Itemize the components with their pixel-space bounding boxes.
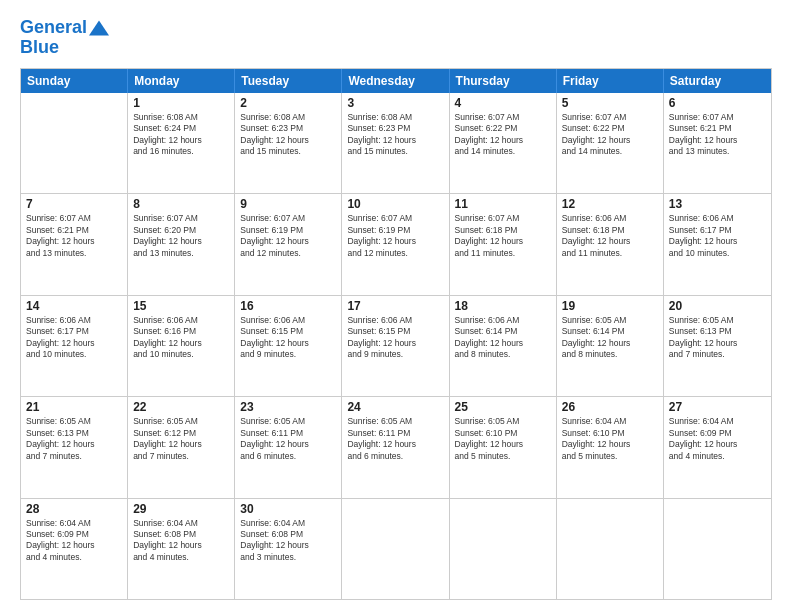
header-day-thursday: Thursday: [450, 69, 557, 93]
day-info: Sunrise: 6:05 AM Sunset: 6:12 PM Dayligh…: [133, 416, 229, 462]
calendar-cell-16: 16Sunrise: 6:06 AM Sunset: 6:15 PM Dayli…: [235, 296, 342, 396]
day-info: Sunrise: 6:04 AM Sunset: 6:10 PM Dayligh…: [562, 416, 658, 462]
calendar-cell-17: 17Sunrise: 6:06 AM Sunset: 6:15 PM Dayli…: [342, 296, 449, 396]
day-number: 3: [347, 96, 443, 110]
calendar-cell-1: 1Sunrise: 6:08 AM Sunset: 6:24 PM Daylig…: [128, 93, 235, 193]
calendar-cell-27: 27Sunrise: 6:04 AM Sunset: 6:09 PM Dayli…: [664, 397, 771, 497]
calendar-cell-empty: [450, 499, 557, 599]
calendar-cell-30: 30Sunrise: 6:04 AM Sunset: 6:08 PM Dayli…: [235, 499, 342, 599]
calendar-cell-5: 5Sunrise: 6:07 AM Sunset: 6:22 PM Daylig…: [557, 93, 664, 193]
day-number: 13: [669, 197, 766, 211]
calendar-cell-empty: [664, 499, 771, 599]
day-info: Sunrise: 6:08 AM Sunset: 6:23 PM Dayligh…: [347, 112, 443, 158]
day-number: 6: [669, 96, 766, 110]
calendar-cell-empty: [342, 499, 449, 599]
day-number: 22: [133, 400, 229, 414]
day-info: Sunrise: 6:06 AM Sunset: 6:15 PM Dayligh…: [240, 315, 336, 361]
day-number: 26: [562, 400, 658, 414]
day-number: 15: [133, 299, 229, 313]
calendar-body: 1Sunrise: 6:08 AM Sunset: 6:24 PM Daylig…: [21, 93, 771, 599]
day-info: Sunrise: 6:07 AM Sunset: 6:22 PM Dayligh…: [562, 112, 658, 158]
svg-marker-0: [89, 21, 109, 36]
calendar-cell-4: 4Sunrise: 6:07 AM Sunset: 6:22 PM Daylig…: [450, 93, 557, 193]
day-info: Sunrise: 6:05 AM Sunset: 6:13 PM Dayligh…: [26, 416, 122, 462]
logo-icon: [89, 18, 109, 38]
day-number: 28: [26, 502, 122, 516]
header-day-monday: Monday: [128, 69, 235, 93]
day-number: 14: [26, 299, 122, 313]
day-info: Sunrise: 6:07 AM Sunset: 6:22 PM Dayligh…: [455, 112, 551, 158]
day-number: 30: [240, 502, 336, 516]
calendar-cell-29: 29Sunrise: 6:04 AM Sunset: 6:08 PM Dayli…: [128, 499, 235, 599]
calendar-cell-empty: [557, 499, 664, 599]
day-number: 12: [562, 197, 658, 211]
day-number: 29: [133, 502, 229, 516]
logo-blue: Blue: [20, 38, 109, 58]
header-day-tuesday: Tuesday: [235, 69, 342, 93]
day-info: Sunrise: 6:05 AM Sunset: 6:11 PM Dayligh…: [347, 416, 443, 462]
day-number: 17: [347, 299, 443, 313]
day-info: Sunrise: 6:04 AM Sunset: 6:09 PM Dayligh…: [669, 416, 766, 462]
calendar-row-2: 7Sunrise: 6:07 AM Sunset: 6:21 PM Daylig…: [21, 193, 771, 294]
day-info: Sunrise: 6:07 AM Sunset: 6:18 PM Dayligh…: [455, 213, 551, 259]
calendar-cell-28: 28Sunrise: 6:04 AM Sunset: 6:09 PM Dayli…: [21, 499, 128, 599]
logo-text: General: [20, 18, 87, 38]
calendar-header: SundayMondayTuesdayWednesdayThursdayFrid…: [21, 69, 771, 93]
calendar-row-3: 14Sunrise: 6:06 AM Sunset: 6:17 PM Dayli…: [21, 295, 771, 396]
day-number: 2: [240, 96, 336, 110]
day-info: Sunrise: 6:05 AM Sunset: 6:10 PM Dayligh…: [455, 416, 551, 462]
day-number: 21: [26, 400, 122, 414]
day-number: 7: [26, 197, 122, 211]
calendar-cell-19: 19Sunrise: 6:05 AM Sunset: 6:14 PM Dayli…: [557, 296, 664, 396]
day-info: Sunrise: 6:05 AM Sunset: 6:14 PM Dayligh…: [562, 315, 658, 361]
day-number: 5: [562, 96, 658, 110]
calendar-cell-6: 6Sunrise: 6:07 AM Sunset: 6:21 PM Daylig…: [664, 93, 771, 193]
calendar-row-4: 21Sunrise: 6:05 AM Sunset: 6:13 PM Dayli…: [21, 396, 771, 497]
day-number: 9: [240, 197, 336, 211]
calendar-cell-21: 21Sunrise: 6:05 AM Sunset: 6:13 PM Dayli…: [21, 397, 128, 497]
calendar-cell-25: 25Sunrise: 6:05 AM Sunset: 6:10 PM Dayli…: [450, 397, 557, 497]
header-day-wednesday: Wednesday: [342, 69, 449, 93]
day-number: 8: [133, 197, 229, 211]
day-info: Sunrise: 6:04 AM Sunset: 6:08 PM Dayligh…: [240, 518, 336, 564]
day-info: Sunrise: 6:04 AM Sunset: 6:08 PM Dayligh…: [133, 518, 229, 564]
calendar-cell-7: 7Sunrise: 6:07 AM Sunset: 6:21 PM Daylig…: [21, 194, 128, 294]
logo-general: General: [20, 17, 87, 37]
calendar-cell-15: 15Sunrise: 6:06 AM Sunset: 6:16 PM Dayli…: [128, 296, 235, 396]
day-info: Sunrise: 6:06 AM Sunset: 6:16 PM Dayligh…: [133, 315, 229, 361]
day-info: Sunrise: 6:05 AM Sunset: 6:11 PM Dayligh…: [240, 416, 336, 462]
day-info: Sunrise: 6:08 AM Sunset: 6:23 PM Dayligh…: [240, 112, 336, 158]
calendar-cell-8: 8Sunrise: 6:07 AM Sunset: 6:20 PM Daylig…: [128, 194, 235, 294]
day-info: Sunrise: 6:06 AM Sunset: 6:15 PM Dayligh…: [347, 315, 443, 361]
day-number: 19: [562, 299, 658, 313]
calendar-row-5: 28Sunrise: 6:04 AM Sunset: 6:09 PM Dayli…: [21, 498, 771, 599]
day-info: Sunrise: 6:04 AM Sunset: 6:09 PM Dayligh…: [26, 518, 122, 564]
calendar-cell-3: 3Sunrise: 6:08 AM Sunset: 6:23 PM Daylig…: [342, 93, 449, 193]
day-info: Sunrise: 6:06 AM Sunset: 6:14 PM Dayligh…: [455, 315, 551, 361]
day-info: Sunrise: 6:07 AM Sunset: 6:19 PM Dayligh…: [347, 213, 443, 259]
day-number: 18: [455, 299, 551, 313]
header-day-friday: Friday: [557, 69, 664, 93]
day-info: Sunrise: 6:06 AM Sunset: 6:17 PM Dayligh…: [26, 315, 122, 361]
calendar: SundayMondayTuesdayWednesdayThursdayFrid…: [20, 68, 772, 600]
calendar-cell-22: 22Sunrise: 6:05 AM Sunset: 6:12 PM Dayli…: [128, 397, 235, 497]
logo: General Blue: [20, 18, 109, 58]
day-number: 10: [347, 197, 443, 211]
header-day-saturday: Saturday: [664, 69, 771, 93]
day-number: 16: [240, 299, 336, 313]
header: General Blue: [20, 18, 772, 58]
day-info: Sunrise: 6:06 AM Sunset: 6:18 PM Dayligh…: [562, 213, 658, 259]
day-info: Sunrise: 6:07 AM Sunset: 6:20 PM Dayligh…: [133, 213, 229, 259]
header-day-sunday: Sunday: [21, 69, 128, 93]
calendar-cell-11: 11Sunrise: 6:07 AM Sunset: 6:18 PM Dayli…: [450, 194, 557, 294]
day-number: 24: [347, 400, 443, 414]
calendar-cell-12: 12Sunrise: 6:06 AM Sunset: 6:18 PM Dayli…: [557, 194, 664, 294]
day-number: 25: [455, 400, 551, 414]
calendar-cell-20: 20Sunrise: 6:05 AM Sunset: 6:13 PM Dayli…: [664, 296, 771, 396]
day-number: 11: [455, 197, 551, 211]
calendar-cell-26: 26Sunrise: 6:04 AM Sunset: 6:10 PM Dayli…: [557, 397, 664, 497]
page: General Blue SundayMondayTuesdayWednesda…: [0, 0, 792, 612]
calendar-cell-9: 9Sunrise: 6:07 AM Sunset: 6:19 PM Daylig…: [235, 194, 342, 294]
calendar-cell-10: 10Sunrise: 6:07 AM Sunset: 6:19 PM Dayli…: [342, 194, 449, 294]
calendar-cell-24: 24Sunrise: 6:05 AM Sunset: 6:11 PM Dayli…: [342, 397, 449, 497]
